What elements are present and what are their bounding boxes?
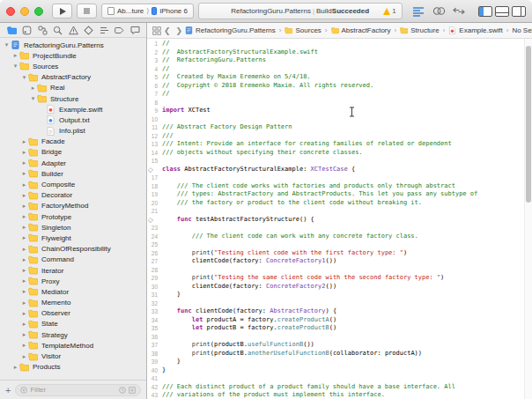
code-line[interactable]: 13/// Intent: Provide an interface for c… (147, 140, 532, 149)
gutter[interactable]: 4 (147, 65, 162, 74)
gutter[interactable]: 29 (147, 274, 162, 283)
gutter[interactable]: 25 (147, 240, 162, 249)
minimize-window-button[interactable] (20, 7, 29, 16)
scheme-selector[interactable]: Ab...ture ⟩ iPhone 6 (101, 4, 194, 18)
code-line[interactable]: 17 (147, 174, 532, 182)
breadcrumb-item-structure[interactable]: Structure (400, 26, 439, 34)
test-diamond-icon[interactable]: ◇ (148, 166, 153, 174)
code-line[interactable]: 6// Copyright © 2018 Eremenko Maxim. All… (147, 82, 532, 91)
scope-icon[interactable] (129, 387, 136, 394)
gutter[interactable]: 38 (147, 350, 162, 358)
source-control-navigator-icon[interactable] (22, 25, 33, 35)
disclosure-open-icon[interactable]: ▾ (29, 95, 37, 102)
tree-item-visitor[interactable]: ▸Visitor (0, 351, 146, 361)
tree-item-info-plist[interactable]: Info.plist (0, 126, 146, 137)
code-line[interactable]: 40} (147, 366, 532, 375)
related-items-icon[interactable] (152, 24, 161, 38)
tree-item-observer[interactable]: ▸Observer (0, 308, 146, 319)
disclosure-closed-icon[interactable]: ▸ (11, 364, 19, 371)
code-line[interactable]: 35 let productB = factory.createProductB… (147, 324, 532, 333)
code-line[interactable]: 19 /// types: AbstractFactory and Abstra… (147, 190, 532, 199)
tree-item-structure[interactable]: ▾Structure (0, 93, 146, 104)
code-line[interactable]: 7// (147, 90, 532, 99)
gutter[interactable]: 11 (147, 123, 162, 132)
gutter[interactable]: 26 (147, 249, 162, 258)
code-line[interactable]: 2// AbstractFactoryStructuralExample.swi… (147, 48, 532, 57)
navigator-panel-toggle[interactable] (478, 6, 492, 17)
tree-item-composite[interactable]: ▸Composite (0, 179, 146, 189)
disclosure-closed-icon[interactable]: ▸ (20, 267, 28, 274)
code-line[interactable]: 4// (147, 65, 532, 74)
disclosure-closed-icon[interactable]: ▸ (20, 170, 28, 177)
code-line[interactable]: 21 (147, 207, 532, 216)
gutter[interactable]: 27 (147, 257, 162, 266)
disclosure-closed-icon[interactable]: ▸ (20, 277, 28, 284)
tree-item-state[interactable]: ▸State (0, 319, 146, 329)
code-line[interactable]: 3// RefactoringGuru.Patterns (147, 56, 532, 65)
disclosure-closed-icon[interactable]: ▸ (20, 321, 28, 328)
disclosure-closed-icon[interactable]: ▸ (20, 224, 28, 231)
tree-item-chainofresponsibility[interactable]: ▸ChainOfResponsibility (0, 244, 146, 255)
code-line[interactable]: 43/// variations of the product must imp… (147, 391, 532, 399)
gutter[interactable]: 8 (147, 99, 162, 107)
tree-item-builder[interactable]: ▸Builder (0, 168, 146, 179)
gutter[interactable]: 35 (147, 324, 162, 333)
disclosure-closed-icon[interactable]: ▸ (20, 256, 28, 263)
disclosure-closed-icon[interactable]: ▸ (20, 288, 28, 295)
code-line[interactable]: 30 clientCode(factory: ConcreteFactory2(… (147, 283, 532, 292)
code-line[interactable]: 5// Created by Maxim Eremenko on 5/4/18. (147, 73, 532, 82)
code-line[interactable]: 25 (147, 240, 532, 249)
gutter[interactable]: 40 (147, 366, 162, 375)
add-button[interactable]: + (5, 386, 11, 395)
tree-item-flyweight[interactable]: ▸Flyweight (0, 233, 146, 243)
disclosure-closed-icon[interactable]: ▸ (20, 181, 28, 188)
tree-item-iterator[interactable]: ▸Iterator (0, 265, 146, 276)
code-line[interactable]: 28 (147, 266, 532, 275)
gutter[interactable]: 20 (147, 199, 162, 208)
tree-item-real[interactable]: ▸Real (0, 83, 146, 93)
symbol-navigator-icon[interactable] (37, 25, 48, 35)
gutter[interactable]: 6 (147, 82, 162, 91)
disclosure-closed-icon[interactable]: ▸ (20, 234, 28, 241)
tree-item-products[interactable]: ▸Products (0, 362, 146, 373)
tree-item-refactoringguru-patterns[interactable]: ▾RefactoringGuru.Patterns (0, 40, 146, 50)
gutter[interactable]: 3 (147, 56, 162, 65)
test-diamond-icon[interactable]: ◇ (148, 216, 153, 225)
gutter[interactable]: 31 (147, 291, 162, 299)
test-navigator-icon[interactable] (84, 25, 94, 35)
breadcrumb-item-refactoringguru-patterns[interactable]: RefactoringGuru.Patterns (185, 26, 276, 34)
tree-item-prototype[interactable]: ▸Prototype (0, 211, 146, 222)
code-line[interactable]: 12/// (147, 132, 532, 141)
go-forward-button[interactable]: ❯ (176, 26, 183, 35)
disclosure-open-icon[interactable]: ▾ (3, 41, 11, 48)
gutter[interactable]: 15 (147, 157, 162, 166)
code-line[interactable]: 39 } (147, 358, 532, 366)
tree-item-bridge[interactable]: ▸Bridge (0, 147, 146, 158)
gutter[interactable]: 17 (147, 174, 162, 182)
gutter[interactable]: ◇ (147, 216, 162, 225)
tree-item-facade[interactable]: ▸Facade (0, 137, 146, 147)
recents-clock-icon[interactable] (119, 387, 126, 394)
tree-item-projectbundle[interactable]: ▸ProjectBundle (0, 50, 146, 61)
code-line[interactable]: 9import XCTest (147, 107, 532, 115)
disclosure-closed-icon[interactable]: ▸ (20, 213, 28, 220)
tree-item-adapter[interactable]: ▸Adapter (0, 158, 146, 168)
tree-item-mediator[interactable]: ▸Mediator (0, 286, 146, 297)
gutter[interactable]: 42 (147, 383, 162, 392)
close-window-button[interactable] (6, 7, 15, 16)
editor-scrollbar[interactable] (524, 39, 532, 399)
code-line[interactable]: ◇ func testAbstractFactoryStructure() { (147, 216, 532, 225)
code-line[interactable]: 20 /// the factory or product to the cli… (147, 199, 532, 208)
code-line[interactable]: 41 (147, 374, 532, 383)
tree-item-templatemethod[interactable]: ▸TemplateMethod (0, 340, 146, 351)
breadcrumb-item-abstractfactory[interactable]: AbstractFactory (331, 26, 391, 34)
disclosure-closed-icon[interactable]: ▸ (20, 246, 28, 253)
inspector-panel-toggle[interactable] (512, 6, 526, 17)
debug-navigator-icon[interactable] (99, 25, 109, 35)
find-navigator-icon[interactable] (53, 25, 63, 35)
code-line[interactable]: 23 (147, 224, 532, 233)
gutter[interactable]: 18 (147, 182, 162, 191)
tree-item-strategy[interactable]: ▸Strategy (0, 329, 146, 340)
disclosure-closed-icon[interactable]: ▸ (20, 159, 28, 166)
gutter[interactable]: 2 (147, 48, 162, 57)
